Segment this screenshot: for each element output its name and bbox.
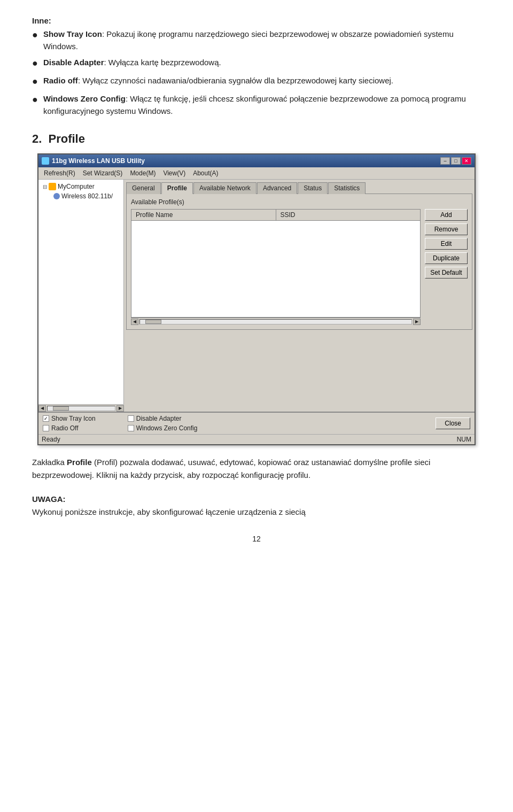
content-area: Inne: ● Show Tray Icon: Pokazuj ikonę pr… (32, 16, 481, 543)
left-scrollbar[interactable]: ◀ ▶ (38, 404, 124, 412)
checkbox-disable-adapter[interactable]: Disable Adapter (128, 415, 198, 422)
win-app: 11bg Wireless LAN USB Utility – □ ✕ Refr… (37, 153, 476, 445)
inne-label: Inne: (32, 16, 481, 25)
available-profiles-label: Available Profile(s) (131, 198, 468, 206)
list-item: ● Show Tray Icon: Pokazuj ikonę programu… (32, 28, 481, 52)
app-icon (42, 157, 49, 165)
profile-table-area: Profile Name SSID ◀ (131, 209, 468, 325)
bullet-dot: ● (32, 56, 38, 71)
win-statusbar: Ready NUM (38, 434, 475, 444)
checkbox-wzc-label: Windows Zero Config (136, 424, 198, 432)
list-item-text: Disable Adapter: Wyłącza kartę bezprzewo… (43, 57, 221, 69)
duplicate-button[interactable]: Duplicate (425, 252, 468, 264)
scroll-track-h[interactable] (139, 319, 412, 324)
list-item-text: Windows Zero Config: Włącz tę funkcję, j… (43, 93, 481, 117)
section-number: 2. (32, 132, 42, 145)
tab-available-network[interactable]: Available Network (193, 182, 256, 194)
win-left-panel: ⊟ MyComputer Wireless 802.11b/ (38, 180, 124, 404)
minimize-button[interactable]: – (440, 157, 450, 165)
bullet-dot: ● (32, 28, 38, 42)
remove-button[interactable]: Remove (425, 223, 468, 235)
app-title: 11bg Wireless LAN USB Utility (52, 157, 145, 165)
close-button[interactable]: Close (436, 417, 470, 429)
list-item-text: Show Tray Icon: Pokazuj ikonę programu n… (43, 28, 481, 52)
checkbox-radio-off-input[interactable] (43, 425, 49, 431)
tab-status[interactable]: Status (298, 182, 328, 194)
win-right-panel: General Profile Available Network Advanc… (124, 180, 475, 412)
profile-table-body (131, 221, 420, 317)
tree-child[interactable]: Wireless 802.11b/ (51, 191, 121, 201)
profile-table-header: Profile Name SSID (131, 210, 420, 221)
menu-set-wizard[interactable]: Set Wizard(S) (80, 168, 126, 178)
edit-button[interactable]: Edit (425, 238, 468, 250)
section-heading: 2. Profile (32, 132, 481, 146)
checkbox-wzc-input[interactable] (128, 425, 134, 431)
win-titlebar: 11bg Wireless LAN USB Utility – □ ✕ (38, 154, 475, 167)
close-window-button[interactable]: ✕ (462, 157, 471, 165)
term-radio-off: Radio off (43, 76, 78, 85)
scroll-left[interactable]: ◀ (131, 319, 138, 325)
checkbox-disable-adapter-label: Disable Adapter (136, 415, 182, 422)
tab-general[interactable]: General (126, 182, 161, 194)
note-text: Wykonuj poniższe instrukcje, aby skonfig… (32, 506, 481, 519)
scroll-thumb-h[interactable] (145, 320, 161, 324)
tree-root-label: MyComputer (58, 183, 95, 190)
term-windows-zero: Windows Zero Config (43, 94, 126, 103)
profile-buttons: Add Remove Edit Duplicate Set Default (425, 209, 468, 325)
win-bottom-bar: Show Tray Icon Radio Off Disable Adapter… (38, 412, 475, 434)
win-menubar: Refresh(R) Set Wizard(S) Mode(M) View(V)… (38, 167, 475, 180)
profile-table: Profile Name SSID (131, 209, 421, 318)
status-left: Ready (42, 436, 60, 443)
bullet-list: ● Show Tray Icon: Pokazuj ikonę programu… (32, 28, 481, 117)
tree-root[interactable]: ⊟ MyComputer (41, 182, 121, 191)
list-item: ● Windows Zero Config: Włącz tę funkcję,… (32, 93, 481, 117)
checkbox-radio-off-label: Radio Off (51, 424, 78, 432)
tree-child-label: Wireless 802.11b/ (61, 192, 113, 200)
menu-view[interactable]: View(V) (160, 168, 189, 178)
set-default-button[interactable]: Set Default (425, 267, 468, 279)
scroll-track[interactable] (47, 406, 115, 411)
tab-content-profile: Available Profile(s) Profile Name SSID (126, 194, 472, 330)
bullet-dot: ● (32, 92, 38, 107)
menu-mode[interactable]: Mode(M) (127, 168, 159, 178)
scroll-right-arrow[interactable]: ▶ (116, 405, 124, 412)
tree-expand-icon: ⊟ (43, 184, 47, 190)
win-tabs: General Profile Available Network Advanc… (124, 180, 475, 194)
menu-refresh[interactable]: Refresh(R) (41, 168, 79, 178)
list-item: ● Radio off: Wyłącz czynności nadawania/… (32, 75, 481, 89)
profile-table-wrapper: Profile Name SSID ◀ (131, 209, 421, 325)
bullet-dot: ● (32, 74, 38, 89)
scroll-left-arrow[interactable]: ◀ (38, 405, 46, 412)
add-button[interactable]: Add (425, 209, 468, 221)
list-item: ● Disable Adapter: Wyłącza kartę bezprze… (32, 57, 481, 71)
computer-icon (49, 183, 56, 190)
win-titlebar-left: 11bg Wireless LAN USB Utility (42, 157, 145, 165)
bottom-left-checkboxes: Show Tray Icon Radio Off (43, 415, 96, 432)
col-profile-name: Profile Name (131, 210, 276, 220)
checkbox-disable-adapter-input[interactable] (128, 415, 134, 422)
scroll-right[interactable]: ▶ (413, 319, 421, 325)
page-number: 12 (32, 535, 481, 543)
scroll-thumb[interactable] (53, 406, 69, 411)
profile-term: Profile (67, 458, 92, 467)
checkbox-show-tray-label: Show Tray Icon (51, 415, 96, 422)
term-disable-adapter: Disable Adapter (43, 58, 104, 67)
tab-profile[interactable]: Profile (161, 182, 193, 194)
menu-about[interactable]: About(A) (190, 168, 221, 178)
section-title: Profile (48, 132, 84, 145)
win-controls[interactable]: – □ ✕ (440, 157, 471, 165)
wireless-icon (53, 193, 60, 199)
tab-advanced[interactable]: Advanced (257, 182, 297, 194)
checkbox-windows-zero-config[interactable]: Windows Zero Config (128, 424, 198, 432)
term-show-tray: Show Tray Icon (43, 29, 102, 38)
tab-statistics[interactable]: Statistics (328, 182, 366, 194)
status-right: NUM (457, 436, 471, 443)
list-item-text: Radio off: Wyłącz czynności nadawania/od… (43, 75, 393, 87)
checkbox-show-tray[interactable]: Show Tray Icon (43, 415, 96, 422)
checkbox-show-tray-input[interactable] (43, 415, 49, 422)
restore-button[interactable]: □ (451, 157, 461, 165)
left-panel-container: ⊟ MyComputer Wireless 802.11b/ ◀ ▶ (38, 180, 124, 412)
description-paragraph: Zakładka Profile (Profil) pozwala dodawa… (32, 456, 481, 482)
table-scrollbar[interactable]: ◀ ▶ (131, 318, 421, 325)
checkbox-radio-off[interactable]: Radio Off (43, 424, 96, 432)
